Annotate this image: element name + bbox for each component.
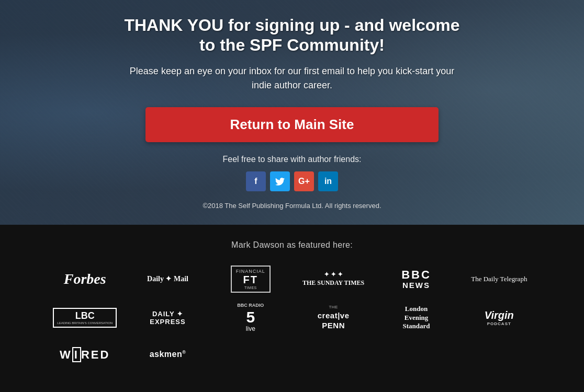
daily-express-logo: DAILY ✦ EXPRESS: [134, 303, 201, 332]
hero-subtitle: Please keep an eye on your inbox for our…: [119, 64, 465, 93]
forbes-logo: Forbes: [51, 266, 118, 293]
hero-content: THANK YOU for signing up - and welcome t…: [109, 5, 475, 221]
copyright-text: ©2018 The Self Publishing Formula Ltd. A…: [119, 202, 465, 210]
sunday-times-logo: ✦ ✦ ✦THE SUNDAY TIMES: [300, 266, 367, 293]
linkedin-share-button[interactable]: in: [318, 171, 338, 191]
featured-section: Mark Dawson as featured here: Forbes Dai…: [0, 225, 584, 392]
share-text: Feel free to share with author friends:: [119, 155, 465, 164]
daily-mail-logo: Daily ✦ Mail: [134, 266, 201, 293]
bbc-news-logo: BBC NEWS: [383, 266, 450, 293]
facebook-share-button[interactable]: f: [246, 171, 266, 191]
social-share-bar: f G+ in: [119, 171, 465, 191]
wired-logo: WIRED: [51, 343, 118, 366]
creative-penn-logo: THE creat|vePENN: [300, 303, 367, 332]
financial-times-logo: FINANCIAL FT TIMES: [217, 266, 284, 293]
twitter-share-button[interactable]: [270, 171, 290, 191]
lbc-logo: LBC LEADING BRITAIN'S CONVERSATION: [51, 303, 118, 332]
hero-section: THANK YOU for signing up - and welcome t…: [0, 0, 584, 225]
london-evening-standard-logo: LondonEveningStandard: [383, 303, 450, 332]
daily-telegraph-logo: The Daily Telegraph: [466, 266, 533, 293]
googleplus-share-button[interactable]: G+: [294, 171, 314, 191]
bbc-radio5-logo: BBC RADIO 5 live: [217, 303, 284, 332]
askmen-logo: askmen®: [134, 343, 201, 366]
virgin-podcast-logo: Virgin PODCAST: [466, 303, 533, 332]
hero-title: THANK YOU for signing up - and welcome t…: [119, 15, 465, 55]
logos-grid: Forbes Daily ✦ Mail FINANCIAL FT TIMES ✦…: [51, 266, 533, 366]
featured-title: Mark Dawson as featured here:: [231, 240, 353, 250]
return-to-main-site-button[interactable]: Return to Main Site: [145, 107, 439, 142]
